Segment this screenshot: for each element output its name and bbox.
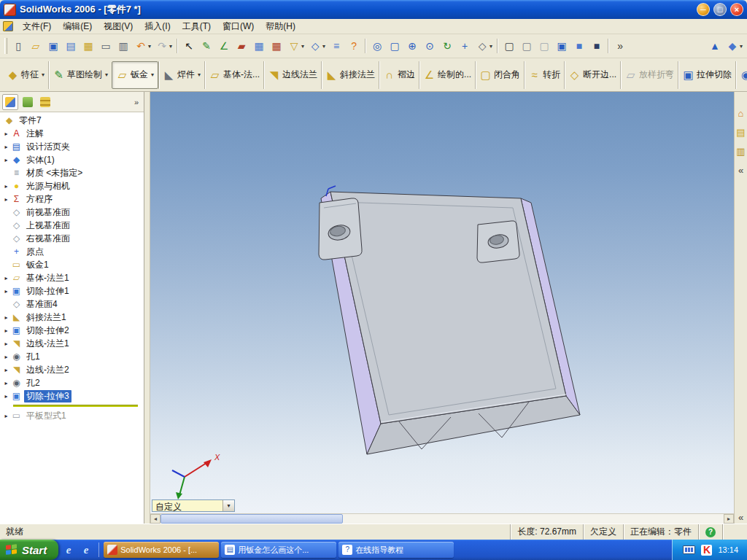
miter-flange-button[interactable]: ◣斜接法兰: [321, 61, 379, 89]
closed-corner-button[interactable]: ▢闭合角: [475, 61, 524, 89]
expand-arrow-icon[interactable]: ▸: [1, 157, 11, 163]
panel-splitter[interactable]: [144, 92, 150, 524]
shaded-button[interactable]: ■: [571, 38, 587, 54]
design-library-button[interactable]: ▤: [735, 127, 747, 139]
tab-configurationmanager[interactable]: [37, 94, 53, 110]
tree-item-equations[interactable]: ▸Σ方程序: [1, 192, 144, 206]
expand-arrow-icon[interactable]: ▸: [1, 314, 11, 321]
dropdown-caret-icon[interactable]: ▾: [105, 71, 108, 78]
scroll-right-button[interactable]: ▸: [724, 514, 734, 524]
shadows-in-shaded-mode-button[interactable]: ■: [589, 38, 605, 54]
rollback-bar[interactable]: [13, 405, 138, 407]
dropdown-caret-icon[interactable]: ▾: [489, 43, 492, 50]
menu-file[interactable]: 文件(F): [17, 18, 57, 35]
expand-arrow-icon[interactable]: ▸: [1, 144, 11, 150]
expand-arrow-icon[interactable]: ▸: [1, 196, 11, 203]
tab-propertymanager[interactable]: [20, 94, 36, 110]
hem-button[interactable]: ∩褶边: [379, 61, 419, 89]
sketched-bend-button[interactable]: ∠绘制的...: [419, 61, 475, 89]
tab-featuremanager[interactable]: [2, 94, 18, 110]
task-browser-thread[interactable]: ▤用钣金怎么画这个...: [221, 542, 336, 558]
internet-explorer-button[interactable]: e: [61, 542, 76, 557]
dropdown-caret-icon[interactable]: ▾: [151, 71, 154, 78]
tree-item-miter-flange1[interactable]: ▸◣斜接法兰1: [1, 311, 144, 324]
make-drawing-from-part-button[interactable]: ▤: [63, 38, 79, 54]
tree-item-solid-bodies[interactable]: ▸◆实体(1): [1, 153, 144, 166]
tree-item-edge-flange1[interactable]: ▸◥边线-法兰1: [1, 337, 144, 350]
start-button[interactable]: Start: [0, 540, 58, 560]
expand-arrow-icon[interactable]: ▸: [1, 183, 11, 190]
zoom-in-out-button[interactable]: ⊕: [404, 38, 420, 54]
make-assembly-from-part-button[interactable]: ▦: [80, 38, 96, 54]
tree-item-cut-extrude2[interactable]: ▸▣切除-拉伸2: [1, 324, 144, 337]
expand-arrow-icon[interactable]: ▸: [1, 341, 11, 347]
tree-item-material[interactable]: ≡材质 <未指定>: [1, 166, 144, 179]
view-orientation-combo[interactable]: 自定义 ▾: [152, 499, 235, 512]
redo-button[interactable]: ↷▾: [154, 38, 174, 54]
dropdown-caret-icon[interactable]: ▾: [740, 43, 743, 50]
tree-item-sheet-metal1[interactable]: ▭钣金1: [1, 258, 144, 271]
pan-button[interactable]: +: [457, 38, 473, 54]
tree-item-plane4[interactable]: ◇基准面4: [1, 298, 144, 311]
standard-views-button[interactable]: ◇▾: [474, 38, 494, 54]
title-bar[interactable]: SolidWorks 2006 - [零件7 *] ─ □ ×: [0, 0, 747, 19]
edit-color-button[interactable]: ▰: [233, 38, 249, 54]
expand-arrow-icon[interactable]: ▸: [1, 354, 11, 360]
selection-filter-button[interactable]: ▽▾: [286, 38, 306, 54]
task-online-tutorial[interactable]: ?在线指导教程: [338, 542, 454, 558]
tree-item-origin[interactable]: +原点: [1, 245, 144, 258]
zoom-to-area-button[interactable]: ▢: [387, 38, 403, 54]
tree-item-hole1[interactable]: ▸◉孔1: [1, 350, 144, 363]
tree-item-annotations[interactable]: ▸A注解: [1, 127, 144, 140]
dropdown-caret-icon[interactable]: ▾: [198, 71, 201, 78]
save-button[interactable]: ▣: [45, 38, 61, 54]
tree-item-design-binder[interactable]: ▸▤设计活页夹: [1, 140, 144, 153]
print-preview-button[interactable]: ▥: [115, 38, 131, 54]
dropdown-caret-icon[interactable]: ▾: [301, 43, 304, 50]
tree-item-hole2[interactable]: ▸◉孔2: [1, 376, 144, 389]
section-hatch-button[interactable]: ▦: [268, 38, 285, 54]
tree-item-cut-extrude3[interactable]: ▸▣切除-拉伸3: [1, 389, 144, 402]
weldments-button[interactable]: ◣焊件▾: [158, 61, 204, 89]
hidden-lines-visible-button[interactable]: ▢: [519, 38, 535, 54]
panel-overflow-button[interactable]: »: [131, 98, 142, 106]
lofted-bend-button[interactable]: ▱放样折弯: [620, 61, 678, 89]
expand-arrow-icon[interactable]: ▸: [1, 413, 11, 419]
internet-explorer-2-button[interactable]: e: [79, 542, 93, 557]
shaded-with-edges-button[interactable]: ▣: [554, 38, 570, 54]
select-button[interactable]: ↖: [181, 38, 197, 54]
3d-model-canvas[interactable]: X: [150, 92, 734, 524]
scrollbar-track[interactable]: [160, 514, 724, 524]
toolbar-grip[interactable]: [4, 38, 7, 54]
scrollbar-thumb[interactable]: [160, 514, 343, 524]
collapse-lower-pane-button[interactable]: «: [735, 512, 747, 524]
expand-arrow-icon[interactable]: ▸: [1, 327, 11, 334]
menu-help[interactable]: 帮助(H): [260, 18, 301, 35]
expand-arrow-icon[interactable]: ▸: [1, 131, 11, 137]
zoom-to-selection-button[interactable]: ⊙: [422, 38, 438, 54]
open-folder-button[interactable]: ▱: [28, 38, 44, 54]
scroll-left-button[interactable]: ◂: [150, 514, 160, 524]
tree-item-flat-pattern1[interactable]: ▸▭平板型式1: [1, 409, 144, 422]
dropdown-caret-icon[interactable]: ▾: [322, 43, 325, 50]
menu-insert[interactable]: 插入(I): [139, 18, 176, 35]
expand-arrow-icon[interactable]: ▸: [1, 367, 11, 373]
features-button[interactable]: ◆特征▾: [3, 61, 48, 89]
hidden-lines-removed-button[interactable]: ▢: [536, 38, 552, 54]
menu-edit[interactable]: 编辑(E): [57, 18, 98, 35]
kingsoft-tray-icon[interactable]: K: [701, 545, 712, 556]
tree-item-top-plane[interactable]: ◇上视基准面: [1, 219, 144, 232]
keyboard-tray-icon[interactable]: [683, 545, 695, 554]
smart-dimension-button[interactable]: ∠: [216, 38, 232, 54]
undo-button[interactable]: ↶▾: [133, 38, 152, 54]
task-solidworks[interactable]: SolidWorks 2006 - [...: [104, 542, 219, 558]
dropdown-caret-icon[interactable]: ▾: [148, 43, 151, 50]
close-button[interactable]: ×: [730, 3, 743, 16]
toolbar-overflow-button[interactable]: »: [612, 38, 628, 54]
zoom-to-fit-button[interactable]: ◎: [369, 38, 385, 54]
expand-arrow-icon[interactable]: ▸: [1, 275, 11, 281]
measure-button[interactable]: ≡: [328, 38, 344, 54]
maximize-button[interactable]: □: [713, 3, 727, 16]
tree-item-lights-cameras[interactable]: ▸●光源与相机: [1, 179, 144, 192]
menu-view[interactable]: 视图(V): [98, 18, 139, 35]
